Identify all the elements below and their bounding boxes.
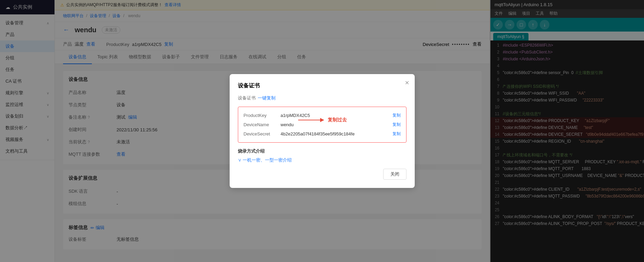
cert-productkey-label: ProductKey bbox=[244, 113, 278, 118]
burn-link[interactable]: ∨ 一机一密、一型一密介绍 bbox=[238, 157, 406, 163]
modal-overlay[interactable]: 设备证书 ✕ 设备证书 一键复制 ProductKey a1rpMDX42C5 … bbox=[0, 0, 644, 262]
cert-devicesecret-value: 4b2e2205a07f4184f35ee5f959c184fe bbox=[281, 131, 390, 136]
cert-devicesecret-label: DeviceSecret bbox=[244, 131, 278, 136]
cert-box: ProductKey a1rpMDX42C5 复制 DeviceName wen… bbox=[238, 107, 406, 143]
cert-productkey-copy[interactable]: 复制 bbox=[392, 112, 401, 118]
cert-devicename-copy[interactable]: 复制 bbox=[392, 122, 401, 128]
cert-devicesecret-copy[interactable]: 复制 bbox=[392, 131, 401, 137]
burn-section: 烧录方式介绍 ∨ 一机一密、一型一密介绍 bbox=[238, 148, 406, 163]
modal-footer: 关闭 bbox=[238, 169, 406, 180]
cert-devicesecret-row: DeviceSecret 4b2e2205a07f4184f35ee5f959c… bbox=[244, 131, 401, 137]
cert-productkey-row: ProductKey a1rpMDX42C5 复制 bbox=[244, 112, 401, 118]
device-cert-modal: 设备证书 ✕ 设备证书 一键复制 ProductKey a1rpMDX42C5 … bbox=[230, 74, 415, 188]
modal-close-button[interactable]: ✕ bbox=[405, 80, 409, 86]
modal-subtitle: 设备证书 一键复制 bbox=[238, 95, 406, 101]
cert-devicename-label: DeviceName bbox=[244, 122, 278, 127]
cert-productkey-value: a1rpMDX42C5 bbox=[281, 113, 390, 118]
burn-title: 烧录方式介绍 bbox=[238, 148, 406, 154]
one-click-copy-link[interactable]: 一键复制 bbox=[258, 95, 276, 101]
modal-title: 设备证书 bbox=[238, 82, 406, 90]
cert-devicename-row: DeviceName wendu 复制 bbox=[244, 122, 401, 128]
modal-close-btn[interactable]: 关闭 bbox=[383, 169, 406, 180]
cert-devicename-value: wendu bbox=[281, 122, 390, 127]
